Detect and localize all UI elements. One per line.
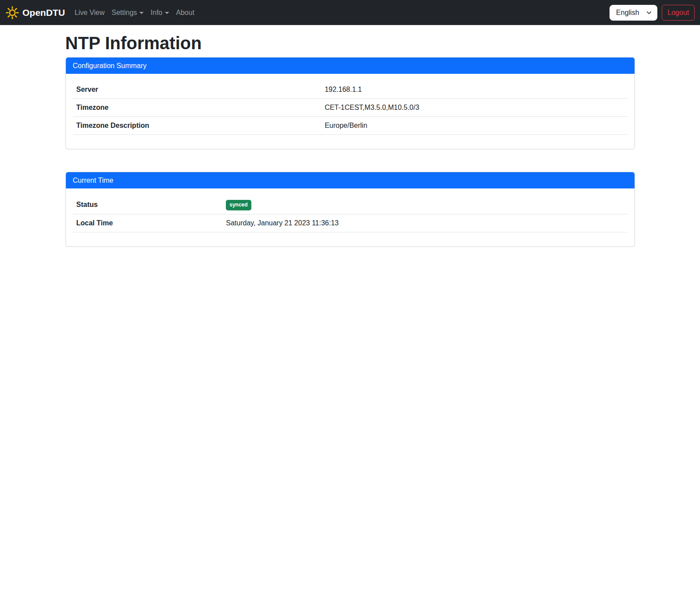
nav-menu: Live View Settings Info About bbox=[71, 5, 198, 20]
local-time-label: Local Time bbox=[73, 214, 223, 232]
current-time-table: Status synced Local Time Saturday, Janua… bbox=[73, 195, 627, 232]
status-label: Status bbox=[73, 195, 223, 214]
nav-item-info-label: Info bbox=[151, 9, 163, 17]
brand-label: OpenDTU bbox=[22, 7, 65, 18]
server-label: Server bbox=[73, 81, 321, 99]
navbar: OpenDTU Live View Settings Info About En… bbox=[0, 0, 700, 25]
nav-item-about-label: About bbox=[176, 9, 195, 17]
table-row-status: Status synced bbox=[73, 195, 627, 214]
timezone-description-value: Europe/Berlin bbox=[321, 117, 627, 135]
config-summary-card: Configuration Summary Server 192.168.1.1… bbox=[65, 57, 635, 149]
table-row-timezone-description: Timezone Description Europe/Berlin bbox=[73, 117, 627, 135]
config-summary-card-body: Server 192.168.1.1 Timezone CET-1CEST,M3… bbox=[66, 74, 635, 149]
chevron-down-icon bbox=[165, 12, 169, 14]
nav-item-live-view[interactable]: Live View bbox=[71, 5, 108, 20]
nav-item-settings[interactable]: Settings bbox=[108, 5, 147, 20]
nav-item-settings-label: Settings bbox=[112, 9, 137, 17]
timezone-description-label: Timezone Description bbox=[73, 117, 321, 135]
table-row-server: Server 192.168.1.1 bbox=[73, 81, 627, 99]
timezone-value: CET-1CEST,M3.5.0,M10.5.0/3 bbox=[321, 99, 627, 117]
table-row-local-time: Local Time Saturday, January 21 2023 11:… bbox=[73, 214, 627, 232]
table-row-timezone: Timezone CET-1CEST,M3.5.0,M10.5.0/3 bbox=[73, 99, 627, 117]
current-time-card-body: Status synced Local Time Saturday, Janua… bbox=[66, 188, 635, 246]
status-badge: synced bbox=[226, 200, 251, 210]
config-summary-table: Server 192.168.1.1 Timezone CET-1CEST,M3… bbox=[73, 81, 627, 135]
config-summary-card-header: Configuration Summary bbox=[66, 58, 635, 74]
brand-link[interactable]: OpenDTU bbox=[5, 6, 65, 20]
sun-icon bbox=[5, 6, 19, 20]
current-time-card-header: Current Time bbox=[66, 172, 635, 188]
status-value-cell: synced bbox=[222, 195, 627, 214]
nav-item-live-view-label: Live View bbox=[75, 9, 105, 17]
language-select-wrap: English bbox=[609, 5, 657, 21]
logout-button[interactable]: Logout bbox=[662, 5, 695, 21]
main-content: NTP Information Configuration Summary Se… bbox=[65, 33, 635, 247]
chevron-down-icon bbox=[139, 12, 144, 14]
local-time-value: Saturday, January 21 2023 11:36:13 bbox=[222, 214, 627, 232]
nav-item-info[interactable]: Info bbox=[147, 5, 173, 20]
current-time-card: Current Time Status synced Local Time Sa… bbox=[65, 172, 635, 247]
server-value: 192.168.1.1 bbox=[321, 81, 627, 99]
nav-item-about[interactable]: About bbox=[173, 5, 198, 20]
page-title: NTP Information bbox=[65, 33, 635, 54]
navbar-right: English Logout bbox=[609, 5, 695, 21]
language-select[interactable]: English bbox=[609, 5, 657, 21]
timezone-label: Timezone bbox=[73, 99, 321, 117]
